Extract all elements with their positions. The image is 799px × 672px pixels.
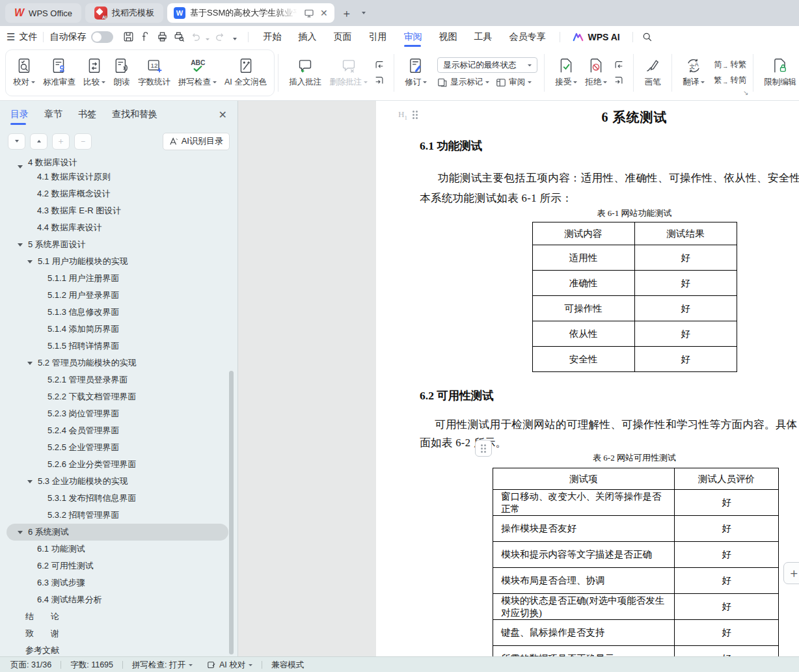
menu-tab-页面[interactable]: 页面 — [325, 26, 360, 47]
toc-item[interactable]: 5.3 企业功能模块的实现 — [0, 473, 237, 490]
zoom-out-toc-button[interactable]: － — [74, 133, 92, 150]
collapse-arrow-icon[interactable] — [18, 243, 23, 247]
print-preview-icon[interactable] — [170, 29, 187, 45]
ai-proofread-status[interactable]: AI 校对 — [207, 660, 252, 671]
undo-icon[interactable] — [187, 29, 204, 45]
ai-recognize-toc-button[interactable]: AI识别目录 — [163, 133, 230, 150]
to-traditional-button[interactable]: 简→ 转繁 — [714, 59, 746, 71]
group-expander-icon[interactable]: ↘ — [743, 89, 748, 96]
collapse-arrow-icon[interactable] — [18, 531, 23, 534]
quick-toolbar-caret[interactable] — [233, 32, 237, 42]
toc-item[interactable]: 6 系统测试 — [0, 524, 237, 541]
new-tab-button[interactable]: ＋ — [338, 5, 355, 21]
table-6-1[interactable]: 测试内容测试结果适用性好准确性好可操作性好依从性好安全性好 — [532, 222, 737, 372]
sidebar-tab-目录[interactable]: 目录 — [10, 101, 29, 128]
reject-revision-button[interactable]: 拒绝 — [581, 56, 611, 89]
menu-tab-视图[interactable]: 视图 — [430, 26, 465, 47]
menu-tab-插入[interactable]: 插入 — [290, 26, 325, 47]
toc-item[interactable]: 5.2.2 下载文档管理界面 — [0, 388, 237, 405]
restrict-editing-button[interactable]: 限制编辑 — [760, 56, 799, 89]
menu-tab-工具[interactable]: 工具 — [465, 26, 500, 47]
spellcheck-status[interactable]: 拼写检查: 打开 — [132, 660, 193, 671]
menu-tab-开始[interactable]: 开始 — [254, 26, 290, 47]
tab-document[interactable]: W 基于SSM的高校大学生就业平 ✕ — [167, 3, 334, 23]
toc-item[interactable]: 5.1 用户功能模块的实现 — [0, 253, 237, 270]
export-pdf-icon[interactable] — [137, 29, 154, 45]
delete-comment-button[interactable]: 删除批注 — [325, 56, 372, 89]
add-content-button[interactable]: ＋ — [783, 562, 799, 584]
spell-check-button[interactable]: ABC 拼写检查 — [174, 56, 221, 89]
word-count-button[interactable]: 12 字数统计 — [134, 56, 174, 89]
close-sidebar-icon[interactable]: ✕ — [219, 109, 227, 121]
to-simplified-button[interactable]: 繁→ 转简 — [714, 74, 746, 87]
tab-list-dropdown[interactable] — [355, 5, 372, 21]
toc-item[interactable]: 5.1.2 用户登录界面 — [0, 287, 237, 304]
collapse-arrow-icon[interactable] — [27, 480, 33, 483]
toc-item[interactable]: 5 系统界面设计 — [0, 236, 237, 253]
sidebar-tab-书签[interactable]: 书签 — [78, 101, 96, 128]
collapse-arrow-icon[interactable] — [27, 362, 33, 365]
redo-icon[interactable] — [211, 29, 228, 45]
toc-item[interactable]: 4.1 数据库设计原则 — [0, 168, 237, 185]
toc-item[interactable]: 参考文献 — [0, 642, 237, 656]
ink-pen-button[interactable]: 画笔 — [640, 56, 665, 89]
track-changes-button[interactable]: 修订 — [401, 56, 431, 89]
toc-item[interactable]: 5.2.1 管理员登录界面 — [0, 371, 237, 388]
document-page[interactable]: H1 6 系统测试 6.1 功能测试 功能测试主要包括五项内容：适用性、准确性、… — [376, 101, 799, 656]
translate-button[interactable]: 文 A 翻译 — [679, 56, 709, 89]
zoom-in-toc-button[interactable]: ＋ — [52, 133, 70, 150]
menu-tab-引用[interactable]: 引用 — [360, 26, 395, 47]
toc-item[interactable]: 5.2.6 企业分类管理界面 — [0, 456, 237, 473]
present-screen-icon[interactable] — [304, 8, 314, 18]
undo-dropdown-caret[interactable] — [206, 32, 210, 42]
search-icon[interactable] — [639, 29, 656, 45]
toc-item[interactable]: 5.1.1 用户注册界面 — [0, 270, 237, 287]
toc-item[interactable]: 5.1.4 添加简历界面 — [0, 321, 237, 338]
toc-item[interactable]: 5.1.5 招聘详情界面 — [0, 338, 237, 355]
paragraph-drag-handle-icon[interactable] — [413, 111, 418, 119]
compare-button[interactable]: 比较 — [79, 56, 109, 89]
sidebar-tab-章节[interactable]: 章节 — [44, 101, 62, 128]
print-icon[interactable] — [154, 29, 170, 45]
toc-item[interactable]: 5.2.4 会员管理界面 — [0, 422, 237, 439]
toc-item[interactable]: 6.3 测试步骤 — [0, 574, 237, 591]
ai-polish-button[interactable]: AI 全文润色 — [221, 56, 271, 89]
menu-tab-会员专享[interactable]: 会员专享 — [500, 26, 554, 47]
toc-item[interactable]: 6.4 测试结果分析 — [0, 591, 237, 608]
toc-item[interactable]: 5.1.3 信息修改界面 — [0, 304, 237, 321]
review-pane-button[interactable]: 审阅 — [496, 77, 532, 88]
toc-item[interactable]: 4.2 数据库概念设计 — [0, 185, 237, 202]
hamburger-menu-icon[interactable]: ☰ — [7, 31, 14, 43]
close-tab-icon[interactable]: ✕ — [320, 8, 328, 18]
standard-review-button[interactable]: 标准审查 — [39, 56, 79, 89]
menu-tab-审阅[interactable]: 审阅 — [395, 26, 430, 47]
collapse-toc-button[interactable] — [30, 133, 47, 150]
toc-item[interactable]: 5.3.1 发布招聘信息界面 — [0, 490, 237, 507]
toc-item[interactable]: 4.3 数据库 E-R 图设计 — [0, 202, 237, 219]
previous-revision-icon[interactable] — [612, 60, 625, 70]
toc-item[interactable]: 5.2.3 岗位管理界面 — [0, 405, 237, 422]
show-markup-button[interactable]: 显示标记 — [437, 77, 489, 88]
next-comment-icon[interactable] — [373, 75, 386, 86]
table-6-2[interactable]: 测试项测试人员评价窗口移动、改变大小、关闭等操作是否正常好操作模块是否友好好模块… — [493, 468, 779, 656]
toc-item[interactable]: 致 谢 — [0, 625, 237, 642]
next-revision-icon[interactable] — [612, 75, 625, 86]
file-menu[interactable]: 文件 — [19, 31, 37, 43]
save-icon[interactable] — [120, 29, 137, 45]
toc-item[interactable]: 5.2.5 企业管理界面 — [0, 439, 237, 456]
expand-toc-button[interactable] — [8, 133, 25, 150]
accept-revision-button[interactable]: 接受 — [551, 56, 581, 89]
markup-state-select[interactable]: 显示标记的最终状态 — [437, 57, 537, 73]
sidebar-tab-查找和替换[interactable]: 查找和替换 — [112, 101, 157, 128]
wps-ai-button[interactable]: WPS AI — [566, 32, 626, 42]
toc-item[interactable]: 结 论 — [0, 608, 237, 625]
proofread-button[interactable]: 校对 — [9, 56, 39, 89]
previous-comment-icon[interactable] — [373, 60, 386, 70]
collapse-arrow-icon[interactable] — [27, 260, 33, 263]
toc-item[interactable]: 4 数据库设计 — [0, 155, 237, 168]
table-drag-handle-icon[interactable] — [475, 440, 492, 457]
toc-item[interactable]: 6.1 功能测试 — [0, 541, 237, 558]
toc-item[interactable]: 5.2 管理员功能模块的实现 — [0, 355, 237, 371]
toc-item[interactable]: 4.4 数据库表设计 — [0, 219, 237, 236]
toc-item[interactable]: 6.2 可用性测试 — [0, 558, 237, 574]
